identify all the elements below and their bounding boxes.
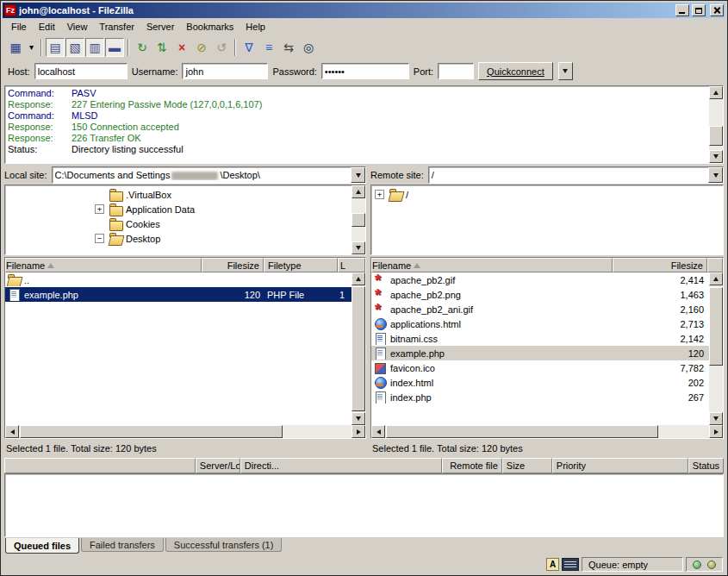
queue-column-header[interactable]: Directi... bbox=[240, 458, 442, 473]
remote-file-hscrollbar[interactable] bbox=[371, 425, 723, 438]
scroll-down-button[interactable] bbox=[709, 412, 723, 425]
local-site-combobox[interactable]: C:\Documents and Settings\Desktop\ bbox=[52, 166, 366, 184]
tab-successful-transfers[interactable]: Successful transfers (1) bbox=[165, 538, 283, 552]
find-button[interactable]: ◎ bbox=[299, 38, 318, 57]
remote-file-vscrollbar[interactable] bbox=[709, 272, 723, 425]
scroll-thumb[interactable] bbox=[709, 126, 723, 147]
tree-item[interactable]: + Application Data bbox=[5, 202, 352, 216]
scroll-track[interactable] bbox=[385, 425, 709, 438]
reconnect-button[interactable]: ↺ bbox=[212, 38, 231, 57]
title-bar[interactable]: Fz john@localhost - FileZilla bbox=[3, 3, 725, 18]
port-input[interactable] bbox=[438, 63, 474, 79]
scroll-right-button[interactable] bbox=[352, 425, 365, 438]
compare-button[interactable]: ≡ bbox=[259, 38, 278, 57]
username-input[interactable] bbox=[182, 63, 268, 79]
sync-browsing-button[interactable]: ⇆ bbox=[279, 38, 298, 57]
queue-column-header[interactable]: Remote file bbox=[442, 458, 502, 473]
scroll-thumb[interactable] bbox=[386, 425, 658, 438]
menu-item[interactable]: Help bbox=[240, 20, 271, 34]
scroll-left-button[interactable] bbox=[5, 425, 19, 438]
toggle-queue-button[interactable]: ▬ bbox=[105, 38, 124, 57]
local-file-hscrollbar[interactable] bbox=[5, 425, 365, 438]
file-row[interactable]: index.php 267 bbox=[371, 390, 709, 404]
menu-item[interactable]: Bookmarks bbox=[180, 20, 240, 34]
menu-item[interactable]: File bbox=[5, 20, 33, 34]
scroll-down-button[interactable] bbox=[352, 241, 365, 254]
maximize-button[interactable] bbox=[692, 4, 706, 16]
tab-failed-transfers[interactable]: Failed transfers bbox=[81, 538, 164, 552]
tab-queued-files[interactable]: Queued files bbox=[5, 538, 79, 554]
keyboard-icon[interactable] bbox=[562, 558, 579, 571]
close-button[interactable] bbox=[710, 4, 724, 16]
scroll-thumb[interactable] bbox=[352, 213, 365, 227]
column-header-filesize[interactable]: Filesize bbox=[202, 258, 264, 272]
process-queue-button[interactable]: ⇅ bbox=[152, 38, 171, 57]
filter-button[interactable]: ∇ bbox=[240, 38, 258, 57]
remote-site-dropdown[interactable] bbox=[708, 167, 723, 183]
site-manager-dropdown[interactable]: ▾ bbox=[26, 38, 37, 57]
file-row[interactable]: applications.html 2,713 bbox=[371, 316, 709, 331]
scroll-up-button[interactable] bbox=[352, 272, 365, 285]
column-header-filename[interactable]: Filename bbox=[5, 258, 202, 272]
menu-item[interactable]: Transfer bbox=[93, 20, 140, 34]
file-row[interactable]: .. bbox=[5, 272, 352, 287]
scroll-track[interactable] bbox=[352, 198, 365, 241]
tree-expander[interactable]: + bbox=[95, 204, 104, 214]
column-header-filetype[interactable]: Filetype bbox=[264, 258, 338, 272]
menu-item[interactable]: Server bbox=[140, 20, 180, 34]
file-row[interactable]: apache_pb2.png 1,463 bbox=[371, 287, 709, 302]
file-row[interactable]: bitnami.css 2,142 bbox=[371, 331, 709, 346]
scroll-left-button[interactable] bbox=[371, 425, 385, 438]
queue-column-header[interactable]: Size bbox=[502, 458, 552, 473]
scroll-up-button[interactable] bbox=[352, 185, 365, 198]
scroll-track[interactable] bbox=[19, 425, 352, 438]
scroll-up-button[interactable] bbox=[709, 272, 723, 285]
file-row[interactable]: example.php 120 PHP File 1 bbox=[5, 287, 352, 302]
toggle-message-log-button[interactable]: ▤ bbox=[46, 38, 65, 57]
scroll-thumb[interactable] bbox=[352, 286, 365, 411]
column-header-lastmodified[interactable]: L bbox=[338, 258, 365, 272]
scroll-down-button[interactable] bbox=[709, 150, 723, 163]
scroll-track[interactable] bbox=[352, 285, 365, 412]
scroll-thumb[interactable] bbox=[20, 425, 283, 438]
password-input[interactable] bbox=[321, 63, 409, 79]
toggle-local-tree-button[interactable]: ▧ bbox=[65, 38, 84, 57]
local-file-vscrollbar[interactable] bbox=[352, 272, 365, 425]
remote-site-combobox[interactable]: / bbox=[428, 166, 724, 184]
tree-expander[interactable]: − bbox=[95, 234, 104, 243]
file-row[interactable]: apache_pb2.gif 2,414 bbox=[371, 272, 709, 287]
quickconnect-dropdown[interactable] bbox=[558, 62, 573, 80]
scroll-right-button[interactable] bbox=[709, 425, 723, 438]
tree-item[interactable]: .VirtualBox bbox=[5, 187, 352, 202]
refresh-button[interactable]: ↻ bbox=[133, 38, 152, 57]
queue-column-header[interactable]: Server/Local file bbox=[196, 458, 240, 473]
local-site-dropdown[interactable] bbox=[351, 167, 365, 183]
scroll-track[interactable] bbox=[709, 99, 723, 150]
quickconnect-button[interactable]: Quickconnect bbox=[478, 62, 553, 80]
tree-item[interactable]: − Desktop bbox=[5, 231, 352, 246]
transfer-type-icon[interactable]: A bbox=[546, 558, 559, 571]
file-row[interactable]: favicon.ico 7,782 bbox=[371, 360, 709, 375]
cancel-button[interactable]: × bbox=[172, 38, 191, 57]
scroll-up-button[interactable] bbox=[709, 86, 723, 99]
file-row[interactable]: apache_pb2_ani.gif 2,160 bbox=[371, 302, 709, 316]
menu-item[interactable]: View bbox=[61, 20, 94, 34]
transfer-queue-list[interactable] bbox=[4, 473, 724, 537]
menu-item[interactable]: Edit bbox=[33, 20, 61, 34]
tree-item[interactable]: + / bbox=[371, 187, 723, 202]
column-header-filename[interactable]: Filename bbox=[371, 258, 613, 272]
file-row[interactable]: example.php 120 bbox=[371, 346, 709, 360]
host-input[interactable] bbox=[34, 63, 128, 79]
file-row[interactable]: index.html 202 bbox=[371, 375, 709, 390]
log-scrollbar[interactable] bbox=[709, 86, 723, 163]
tree-item[interactable]: Cookies bbox=[5, 216, 352, 231]
column-header-filesize[interactable]: Filesize bbox=[613, 258, 707, 272]
tree-expander[interactable]: + bbox=[375, 190, 384, 199]
site-manager-button[interactable]: ▦ bbox=[6, 38, 25, 57]
toggle-remote-tree-button[interactable]: ▥ bbox=[85, 38, 104, 57]
disconnect-button[interactable]: ⊘ bbox=[192, 38, 211, 57]
scroll-thumb[interactable] bbox=[709, 287, 723, 366]
minimize-button[interactable] bbox=[675, 4, 689, 16]
queue-column-header[interactable]: Priority bbox=[552, 458, 688, 473]
scroll-track[interactable] bbox=[709, 285, 723, 412]
